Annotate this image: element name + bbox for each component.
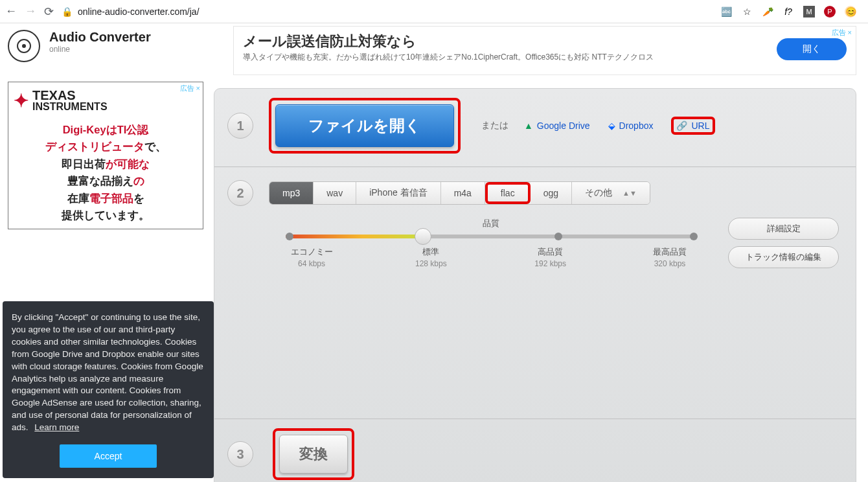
quality-labels: エコノミー64 kbps 標準128 kbps 高品質192 kbps 最高品質… [286,246,696,268]
step-3-number: 3 [227,441,253,467]
format-tabs: mp3 wav iPhone 着信音 m4a flac ogg その他 ▲▼ [269,181,650,205]
star-icon[interactable]: ☆ [741,6,753,17]
ad-headline: メール誤送信防止対策なら [243,32,654,51]
ad-corner-label[interactable]: 広告 × [832,28,852,38]
ext-m-icon[interactable]: M [803,6,815,17]
ad-copy: Digi-KeyはTI公認 ディストリビュータで、 即日出荷が可能な 豊富な品揃… [14,121,198,224]
advanced-settings-button[interactable]: 詳細設定 [728,218,839,240]
cookie-text: By clicking "Accept" or continuing to us… [12,312,203,432]
ad-description: 導入タイプや機能も充実。だから選ばれ続けて10年連続シェアNo.1CipherC… [243,51,654,63]
ad-label[interactable]: 広告 × [180,84,200,93]
link-icon: 🔗 [676,120,687,131]
slider-fill [286,235,425,238]
source-dropbox[interactable]: ⬙ Dropbox [608,120,654,131]
top-ad-banner[interactable]: 広告 × メール誤送信防止対策なら 導入タイプや機能も充実。だから選ばれ続けて1… [233,26,856,75]
convert-highlight: 変換 [273,428,354,480]
source-url[interactable]: 🔗 URL [676,120,709,131]
step-2-number: 2 [227,180,253,206]
app-subtitle: online [49,45,151,54]
slider-stop-3 [554,233,562,240]
converter-card: 1 ファイルを開く または ▲ Google Drive ⬙ Dropbox [214,88,856,482]
forward-icon[interactable]: → [25,5,36,18]
ad-open-button[interactable]: 開く [777,38,847,60]
format-flac[interactable]: flac [485,182,531,204]
ext-f-icon[interactable]: f? [782,6,794,17]
step-1-number: 1 [227,113,253,139]
format-iphone[interactable]: iPhone 着信音 [356,182,440,204]
app-logo [8,30,40,62]
source-google-drive[interactable]: ▲ Google Drive [524,120,590,131]
cookie-notice: By clicking "Accept" or continuing to us… [3,301,214,478]
quality-title: 品質 [286,218,696,229]
avatar-icon[interactable]: 😊 [845,6,856,17]
slider-thumb[interactable] [415,228,431,245]
lock-icon: 🔒 [62,6,73,17]
ext-carrot-icon[interactable]: 🥕 [762,6,773,17]
sidebar-ad[interactable]: 広告 × ✦ TEXAS INSTRUMENTS Digi-KeyはTI公認 デ… [8,82,203,229]
format-wav[interactable]: wav [314,182,356,204]
format-m4a[interactable]: m4a [441,182,485,204]
dropbox-icon: ⬙ [608,120,615,131]
step-3: 3 変換 [214,419,856,482]
translate-icon[interactable]: 🔤 [720,6,732,17]
quality-slider[interactable] [286,235,696,238]
chevron-updown-icon: ▲▼ [622,189,637,197]
ti-mark-icon: ✦ [14,90,29,111]
format-ogg[interactable]: ogg [531,182,572,204]
open-file-button[interactable]: ファイルを開く [275,104,454,147]
reload-icon[interactable]: ⟳ [44,5,54,19]
step-2: 2 mp3 wav iPhone 着信音 m4a flac ogg その他 ▲▼ [214,167,856,419]
format-mp3[interactable]: mp3 [269,182,314,204]
url-highlight: 🔗 URL [671,117,714,135]
address-bar[interactable]: 🔒 online-audio-converter.com/ja/ [62,6,200,17]
app-header: Audio Converter online [8,26,206,62]
cookie-learn-more[interactable]: Learn more [34,422,79,432]
slider-stop-1 [286,233,293,240]
convert-button[interactable]: 変換 [279,435,348,474]
app-title: Audio Converter [49,30,151,45]
gdrive-icon: ▲ [524,120,533,131]
browser-toolbar: ← → ⟳ 🔒 online-audio-converter.com/ja/ 🔤… [0,0,868,23]
step-1: 1 ファイルを開く または ▲ Google Drive ⬙ Dropbox [214,89,856,167]
slider-stop-4 [690,233,698,240]
url-text: online-audio-converter.com/ja/ [78,6,200,17]
ti-logo: ✦ TEXAS INSTRUMENTS [14,89,198,112]
back-icon[interactable]: ← [5,5,17,18]
open-file-highlight: ファイルを開く [269,98,461,154]
pinterest-icon[interactable]: P [824,6,836,17]
format-other[interactable]: その他 ▲▼ [572,182,650,204]
edit-track-info-button[interactable]: トラック情報の編集 [728,246,839,268]
or-label: または [481,120,508,132]
cookie-accept-button[interactable]: Accept [60,444,157,468]
